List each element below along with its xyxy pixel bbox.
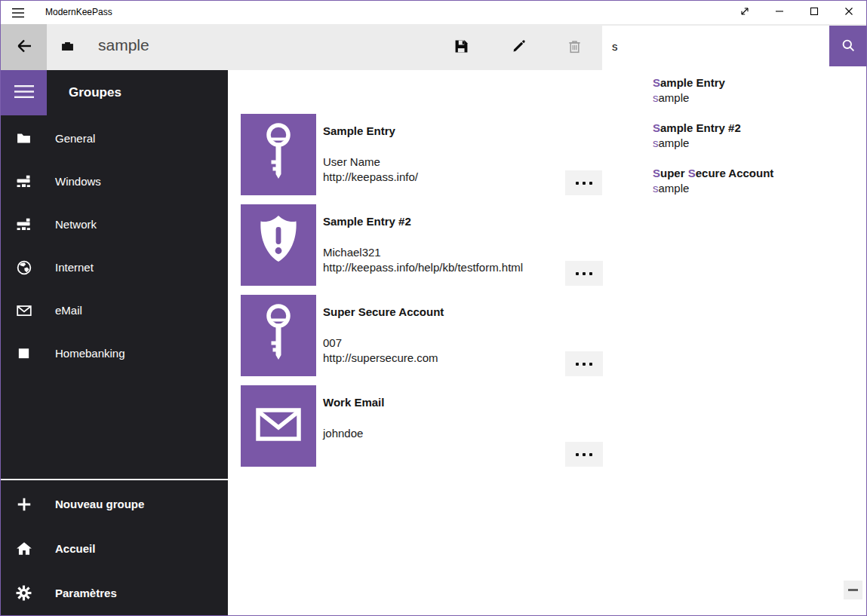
entry-username: johndoe [323, 426, 363, 441]
result-group: sample [653, 181, 859, 196]
sidebar-item-settings[interactable]: Paramètres [1, 571, 228, 615]
network-icon [1, 173, 47, 189]
fullscreen-button[interactable] [727, 1, 762, 24]
entry-title: Sample Entry #2 [323, 215, 411, 228]
ellipsis-icon [576, 272, 579, 275]
nav-hamburger-button[interactable] [1, 70, 47, 115]
ellipsis-icon [576, 453, 579, 456]
entry-tile [241, 204, 316, 286]
entry-row-sample-entry[interactable]: Sample Entry User Name http://keepass.in… [241, 114, 603, 204]
sidebar-item-internet[interactable]: Internet [1, 246, 228, 289]
entry-username: User Name [323, 155, 418, 170]
database-title: sample [98, 36, 149, 54]
key-icon [241, 293, 316, 378]
minimize-button[interactable] [762, 1, 797, 24]
sidebar-item-label: Network [55, 218, 97, 231]
sidebar-footer: Nouveau groupe Accueil Paramètres [1, 482, 228, 615]
entry-tile [241, 295, 316, 376]
magnifier-icon [841, 38, 856, 55]
sidebar-item-email[interactable]: eMail [1, 289, 228, 332]
search-button[interactable] [829, 26, 867, 66]
zoom-out-button[interactable] [844, 581, 862, 599]
entry-username: Michael321 [323, 245, 523, 260]
command-bar: sample [1, 24, 866, 70]
result-group: sample [653, 136, 859, 151]
hamburger-icon [14, 84, 34, 102]
more-button[interactable] [565, 442, 603, 467]
entry-url: http://supersecure.com [323, 351, 438, 366]
sidebar-item-label: Paramètres [55, 587, 117, 599]
sidebar-item-windows[interactable]: Windows [1, 160, 228, 203]
app-window: ModernKeePass [0, 0, 867, 616]
entry-tile [241, 385, 316, 467]
save-icon [454, 39, 469, 56]
minus-icon [848, 589, 858, 591]
trash-icon [567, 39, 582, 56]
sidebar-item-network[interactable]: Network [1, 203, 228, 246]
result-title: Super Secure Account [653, 166, 859, 181]
entry-details: User Name http://keepass.info/ [323, 155, 418, 185]
gear-icon [1, 585, 47, 601]
entry-title: Sample Entry [323, 124, 395, 137]
entry-row-super-secure-account[interactable]: Super Secure Account 007 http://supersec… [241, 295, 603, 385]
entry-list: Sample Entry User Name http://keepass.in… [241, 114, 603, 476]
ellipsis-icon [576, 363, 579, 366]
sidebar-item-new-group[interactable]: Nouveau groupe [1, 482, 228, 526]
sidebar-item-label: Windows [55, 175, 101, 188]
titlebar: ModernKeePass [1, 1, 866, 24]
result-group: sample [653, 90, 859, 106]
maximize-button[interactable] [797, 1, 832, 24]
search-result-sample-entry[interactable]: Sample Entry sample [653, 75, 859, 106]
group-list: General Windows Network Internet [1, 117, 228, 375]
hamburger-icon[interactable] [12, 8, 24, 17]
edit-button[interactable] [500, 24, 536, 70]
back-arrow-icon [15, 37, 33, 57]
plus-icon [1, 496, 47, 513]
sidebar-item-homebanking[interactable]: Homebanking [1, 332, 228, 375]
search-result-super-secure-account[interactable]: Super Secure Account sample [653, 166, 859, 196]
ellipsis-icon [576, 182, 579, 185]
app-title: ModernKeePass [45, 1, 112, 24]
entry-details: Michael321 http://keepass.info/help/kb/t… [323, 245, 523, 275]
pencil-icon [512, 39, 526, 56]
briefcase-icon [61, 40, 74, 56]
sidebar-item-label: Nouveau groupe [55, 498, 144, 510]
search-result-sample-entry-2[interactable]: Sample Entry #2 sample [653, 121, 859, 151]
sidebar-item-home[interactable]: Accueil [1, 526, 228, 571]
back-button[interactable] [1, 24, 47, 70]
sidebar-divider [1, 479, 228, 480]
sidebar-item-label: Internet [55, 261, 94, 274]
entry-url: http://keepass.info/ [323, 170, 418, 185]
entry-username: 007 [323, 336, 438, 351]
entry-tile [241, 114, 316, 195]
minimize-icon [775, 7, 784, 18]
entry-url: http://keepass.info/help/kb/testform.htm… [323, 260, 523, 275]
entry-details: 007 http://supersecure.com [323, 336, 438, 366]
folder-icon [1, 130, 47, 146]
sidebar: Groupes General Windows Network [1, 70, 228, 615]
save-button[interactable] [443, 24, 479, 70]
entry-row-sample-entry-2[interactable]: Sample Entry #2 Michael321 http://keepas… [241, 204, 603, 295]
sidebar-item-label: General [55, 132, 95, 145]
envelope-icon [1, 302, 47, 319]
key-icon [241, 112, 316, 197]
sidebar-item-general[interactable]: General [1, 117, 228, 160]
result-title: Sample Entry [653, 75, 859, 90]
result-title: Sample Entry #2 [653, 121, 859, 136]
sidebar-item-label: Accueil [55, 542, 95, 555]
home-icon [1, 541, 47, 557]
close-button[interactable] [832, 1, 866, 24]
more-button[interactable] [565, 351, 603, 376]
delete-button[interactable] [556, 24, 592, 70]
search-suggestions: Sample Entry sample Sample Entry #2 samp… [602, 66, 867, 234]
entry-title: Super Secure Account [323, 305, 444, 318]
entry-title: Work Email [323, 396, 384, 409]
sidebar-header: Groupes [69, 70, 121, 115]
maximize-icon [810, 7, 819, 18]
search-input[interactable] [602, 26, 829, 66]
search-box [602, 26, 867, 66]
more-button[interactable] [565, 170, 603, 195]
globe-icon [1, 259, 47, 276]
more-button[interactable] [565, 261, 603, 286]
entry-row-work-email[interactable]: Work Email johndoe [241, 385, 603, 476]
